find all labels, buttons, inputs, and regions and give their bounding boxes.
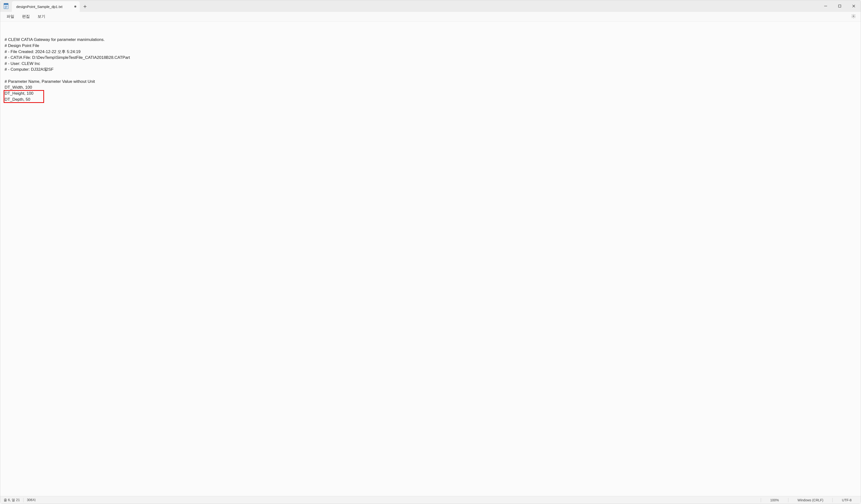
editor-line: # - CATIA File: D:\DevTemp\SimpleTestFil…: [4, 55, 857, 61]
status-cursor-position[interactable]: 줄 6, 열 21: [4, 498, 20, 502]
menubar: 파일 편집 보기: [0, 12, 861, 22]
editor-line: # Parameter Name, Parameter Value withou…: [4, 79, 857, 85]
close-button[interactable]: [847, 0, 861, 12]
settings-button[interactable]: [849, 12, 858, 21]
status-zoom[interactable]: 100%: [764, 498, 785, 502]
editor-line: DT_Height, 100: [4, 91, 857, 97]
active-tab[interactable]: designPoint_Sample_dp1.txt: [12, 1, 80, 12]
modified-dot-icon: [74, 5, 76, 8]
status-line-ending[interactable]: Windows (CRLF): [792, 498, 829, 502]
editor-line: DT_Width, 100: [4, 84, 857, 91]
titlebar: designPoint_Sample_dp1.txt: [0, 0, 861, 12]
svg-rect-1: [4, 3, 8, 5]
statusbar: 줄 6, 열 21 306자 100% Windows (CRLF) UTF-8: [0, 496, 861, 504]
tab-title: designPoint_Sample_dp1.txt: [16, 4, 63, 9]
app-icon: [0, 0, 12, 12]
minimize-button[interactable]: [819, 0, 833, 12]
notepad-window: designPoint_Sample_dp1.txt 파일 편집 보기: [0, 0, 861, 504]
editor-line: # - Computer: DJ32AS2SF: [4, 67, 857, 73]
status-encoding[interactable]: UTF-8: [836, 498, 857, 502]
status-separator: [832, 498, 833, 502]
editor-line: # - User: CLEW Inc: [4, 61, 857, 67]
status-char-count[interactable]: 306자: [27, 498, 36, 502]
window-controls: [819, 0, 861, 12]
menu-view[interactable]: 보기: [34, 13, 49, 21]
svg-point-12: [853, 15, 854, 17]
menu-file[interactable]: 파일: [3, 13, 18, 21]
maximize-button[interactable]: [833, 0, 847, 12]
editor-line: # CLEW CATIA Gateway for parameter manim…: [4, 37, 857, 43]
editor-content: # CLEW CATIA Gateway for parameter manim…: [4, 37, 857, 103]
editor-line: # Design Point File: [4, 43, 857, 49]
svg-rect-9: [838, 5, 841, 7]
menu-edit[interactable]: 편집: [18, 13, 34, 21]
new-tab-button[interactable]: [80, 1, 90, 12]
status-separator: [23, 498, 24, 502]
text-editor[interactable]: # CLEW CATIA Gateway for parameter manim…: [0, 22, 861, 496]
editor-line: DT_Depth, 50: [4, 97, 857, 103]
editor-line: # - File Created: 2024-12-22 오후 5:24:19: [4, 49, 857, 55]
editor-line: [4, 73, 857, 79]
